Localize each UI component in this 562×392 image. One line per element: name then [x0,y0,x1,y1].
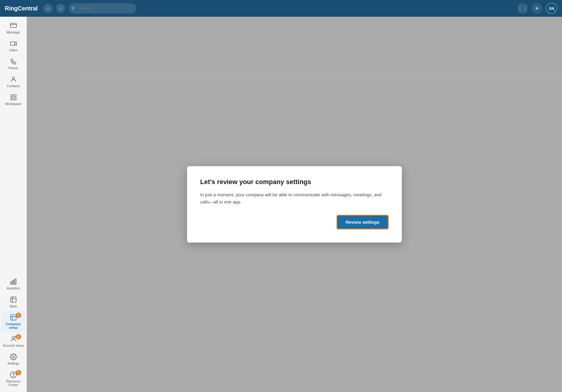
main-content: Let's review your company settings In ju… [27,17,562,392]
svg-rect-10 [11,315,16,320]
svg-rect-0 [10,23,16,27]
sidebar-item-label: Phone [9,66,18,70]
sidebar-item-label: Workspace [5,102,21,106]
svg-rect-7 [11,282,12,284]
sidebar-item-phone[interactable]: Phone [1,55,25,73]
sidebar-item-apps[interactable]: Apps [1,293,25,311]
grid-menu-button[interactable]: ⋮⋮ [517,3,528,14]
sidebar-item-label: Account setup [3,344,24,347]
modal-body: In just a moment, your company will be a… [200,191,389,205]
svg-rect-3 [11,95,13,97]
sidebar-item-message[interactable]: Message [1,19,25,37]
svg-rect-4 [14,95,16,97]
resource-badge: ? [16,370,21,375]
contacts-icon [10,76,17,83]
analytics-icon [10,278,17,285]
sidebar-item-resource-center[interactable]: ? Resource Center [1,368,25,390]
svg-rect-5 [11,98,13,100]
apps-icon [10,296,17,303]
sidebar-item-workspace[interactable]: Workspace [1,91,25,109]
online-status-badge [553,10,556,13]
modal-title: Let's review your company settings [200,178,389,186]
sidebar-item-label: Settings [7,362,19,365]
sidebar-item-label: Resource Center [3,379,24,387]
account-setup-badge: 2 [16,334,21,339]
modal-footer: Review settings [200,215,389,229]
sidebar-item-label: Video [9,48,18,52]
avatar[interactable]: SN [546,3,557,14]
sidebar-item-account-setup[interactable]: 2 Account setup [1,332,25,350]
sidebar-item-label: Company setup [3,322,24,329]
sidebar-item-settings[interactable]: Settings [1,350,25,368]
search-wrapper: ⚲ [69,3,236,13]
video-icon [10,40,17,47]
svg-point-14 [13,356,14,358]
avatar-initials: SN [549,6,554,11]
search-input[interactable] [69,3,136,13]
svg-rect-8 [13,280,14,284]
company-setup-badge: 2 [16,313,21,318]
topbar: RingCentral ‹ › ⚲ ⋮⋮ + SN [0,0,562,17]
add-button[interactable]: + [532,3,542,14]
modal-dialog: Let's review your company settings In ju… [187,166,402,243]
svg-rect-9 [15,279,16,284]
sidebar-item-label: Contacts [7,84,20,88]
sidebar-item-label: Apps [10,304,17,308]
svg-point-16 [13,376,14,376]
svg-point-2 [12,77,15,79]
topbar-right: ⋮⋮ + SN [517,3,557,14]
forward-button[interactable]: › [56,4,65,13]
message-icon [10,22,17,29]
settings-icon [10,353,17,360]
sidebar-item-contacts[interactable]: Contacts [1,73,25,91]
svg-rect-1 [10,42,15,45]
svg-point-15 [10,372,16,378]
sidebar: Message Video Phone Contacts Workspace [0,17,27,392]
app-logo: RingCentral [5,5,38,12]
workspace-icon [10,94,17,101]
sidebar-item-label: Analytics [7,286,20,290]
review-settings-button[interactable]: Review settings [336,215,389,229]
sidebar-item-company-setup[interactable]: 2 Company setup [1,311,25,332]
svg-rect-6 [14,98,16,100]
back-button[interactable]: ‹ [44,4,53,13]
modal-overlay: Let's review your company settings In ju… [27,17,562,392]
sidebar-item-video[interactable]: Video [1,37,25,55]
phone-icon [10,58,17,65]
sidebar-item-label: Message [7,30,20,34]
sidebar-item-analytics[interactable]: Analytics [1,275,25,293]
